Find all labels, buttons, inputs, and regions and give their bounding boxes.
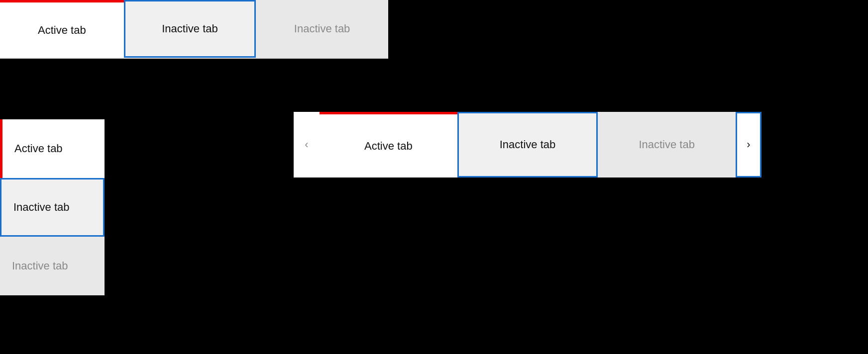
- prev-button[interactable]: ‹: [294, 112, 320, 177]
- top-tab-group: Active tab Inactive tab Inactive tab: [0, 0, 388, 58]
- left-tab-focused[interactable]: Inactive tab: [0, 178, 105, 237]
- left-tab-active[interactable]: Active tab: [0, 119, 105, 178]
- prev-icon: ‹: [305, 138, 308, 151]
- top-tab-inactive-label: Inactive tab: [294, 22, 350, 35]
- mid-tab-focused-label: Inactive tab: [500, 138, 556, 151]
- top-tab-active-label: Active tab: [38, 24, 86, 37]
- mid-tab-inactive[interactable]: Inactive tab: [598, 112, 736, 177]
- left-tab-active-label: Active tab: [14, 142, 63, 155]
- left-tab-inactive-label: Inactive tab: [12, 260, 68, 272]
- left-tab-focused-label: Inactive tab: [13, 201, 70, 214]
- top-tab-inactive[interactable]: Inactive tab: [256, 0, 388, 58]
- mid-tab-group: ‹ Active tab Inactive tab Inactive tab ›: [294, 112, 761, 177]
- top-tab-active[interactable]: Active tab: [0, 0, 124, 58]
- top-separator: [0, 58, 388, 59]
- next-icon: ›: [747, 138, 750, 151]
- mid-tab-active-label: Active tab: [364, 140, 413, 153]
- top-tab-focused-label: Inactive tab: [162, 22, 218, 35]
- mid-tab-active[interactable]: Active tab: [320, 112, 457, 177]
- top-tab-focused[interactable]: Inactive tab: [124, 0, 256, 58]
- left-tab-inactive[interactable]: Inactive tab: [0, 237, 105, 295]
- mid-tab-focused[interactable]: Inactive tab: [457, 112, 598, 177]
- left-tab-group: Active tab Inactive tab Inactive tab: [0, 119, 105, 295]
- next-button[interactable]: ›: [736, 112, 761, 177]
- mid-tab-inactive-label: Inactive tab: [639, 138, 695, 151]
